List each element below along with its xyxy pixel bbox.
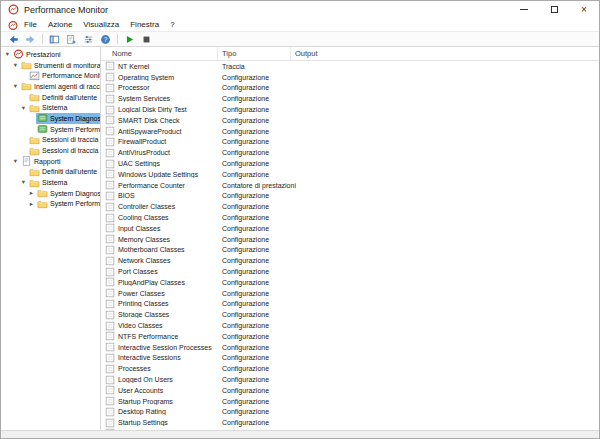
- tree-item-hit[interactable]: System Diagnostics: [36, 113, 101, 124]
- tree-item-system-diagnostics[interactable]: ▸System Diagnostics: [1, 188, 100, 199]
- table-row[interactable]: Logged On UsersConfigurazione: [101, 374, 599, 385]
- tree-item-hit[interactable]: System Diagnostics: [36, 188, 101, 199]
- tree-item-hit[interactable]: Sistema: [28, 177, 69, 188]
- menu-visualizza[interactable]: Visualizza: [83, 20, 119, 29]
- table-row[interactable]: Startup SettingsConfigurazione: [101, 417, 599, 428]
- tree-item-hit[interactable]: Sessioni di traccia eventi di avvio: [28, 145, 101, 156]
- collapse-arrow-icon[interactable]: ▾: [3, 51, 12, 58]
- show-console-tree-button[interactable]: [46, 32, 63, 46]
- expand-arrow-icon[interactable]: ▸: [27, 190, 36, 197]
- tree-item-hit[interactable]: Strumenti di monitoraggio: [20, 60, 101, 71]
- table-row[interactable]: SMART Disk CheckConfigurazione: [101, 115, 599, 126]
- table-row[interactable]: Operating SystemConfigurazione: [101, 72, 599, 83]
- tree-item-sessioni-di-traccia-eventi-di-avvio[interactable]: Sessioni di traccia eventi di avvio: [1, 145, 100, 156]
- tree-item-sessioni-di-traccia-eventi[interactable]: Sessioni di traccia eventi: [1, 135, 100, 146]
- cell-nome: Memory Classes: [118, 236, 218, 243]
- tree-item-hit[interactable]: Performance Monitor: [28, 70, 101, 81]
- tree-item-hit[interactable]: System Performance: [36, 124, 101, 135]
- maximize-button[interactable]: [539, 1, 569, 18]
- table-row[interactable]: Memory ClassesConfigurazione: [101, 234, 599, 245]
- table-row[interactable]: ProcessesConfigurazione: [101, 363, 599, 374]
- table-row[interactable]: System ServicesConfigurazione: [101, 93, 599, 104]
- tree-item-definiti-dall-utente[interactable]: Definiti dall'utente: [1, 167, 100, 178]
- stop-data-collector-button[interactable]: [138, 32, 155, 46]
- table-row[interactable]: Startup ProgramsConfigurazione: [101, 396, 599, 407]
- menu-help[interactable]: ?: [170, 20, 174, 29]
- table-row[interactable]: Printing ClassesConfigurazione: [101, 299, 599, 310]
- tree-item-sistema[interactable]: ▾Sistema: [1, 102, 100, 113]
- tree-item-hit[interactable]: System Performance: [36, 199, 101, 210]
- table-row[interactable]: Network ClassesConfigurazione: [101, 255, 599, 266]
- collapse-arrow-icon[interactable]: ▾: [11, 62, 20, 69]
- table-row[interactable]: ProcessorConfigurazione: [101, 83, 599, 94]
- table-row[interactable]: Desktop RatingConfigurazione: [101, 407, 599, 418]
- table-row[interactable]: AntiSpywareProductConfigurazione: [101, 126, 599, 137]
- column-header-nome[interactable]: Nome: [101, 47, 218, 60]
- back-button[interactable]: [5, 32, 22, 46]
- collapse-arrow-icon[interactable]: ▾: [11, 158, 20, 165]
- table-row[interactable]: FirewallProductConfigurazione: [101, 137, 599, 148]
- table-row[interactable]: Motherboard ClassesConfigurazione: [101, 245, 599, 256]
- tree-item-hit[interactable]: Prestazioni: [12, 49, 63, 60]
- properties-button[interactable]: [80, 32, 97, 46]
- table-row[interactable]: NTFS PerformanceConfigurazione: [101, 331, 599, 342]
- tree-item-sistema[interactable]: ▾Sistema: [1, 177, 100, 188]
- collapse-arrow-icon[interactable]: ▾: [11, 83, 20, 90]
- cell-nome: Logged On Users: [118, 376, 218, 383]
- export-list-button[interactable]: [63, 32, 80, 46]
- help-button[interactable]: ?: [97, 32, 114, 46]
- table-row[interactable]: Storage ClassesConfigurazione: [101, 309, 599, 320]
- tree-item-hit[interactable]: Sistema: [28, 102, 69, 113]
- tree-item-system-performance[interactable]: System Performance: [1, 124, 100, 135]
- tree-item-hit[interactable]: Rapporti: [20, 156, 62, 167]
- menu-azione[interactable]: Azione: [48, 20, 72, 29]
- menu-finestra[interactable]: Finestra: [130, 20, 159, 29]
- table-row[interactable]: User AccountsConfigurazione: [101, 385, 599, 396]
- chart-icon: [29, 71, 40, 81]
- cell-tipo: Traccia: [218, 63, 291, 70]
- table-row[interactable]: NT KernelTraccia: [101, 61, 599, 72]
- forward-button[interactable]: [22, 32, 39, 46]
- table-row[interactable]: Interactive SessionsConfigurazione: [101, 353, 599, 364]
- table-row[interactable]: Video ClassesConfigurazione: [101, 320, 599, 331]
- tree-item-strumenti-di-monitoraggio[interactable]: ▾Strumenti di monitoraggio: [1, 60, 100, 71]
- minimize-button[interactable]: [509, 1, 539, 18]
- table-row[interactable]: UAC SettingsConfigurazione: [101, 158, 599, 169]
- column-header-tipo[interactable]: Tipo: [218, 47, 291, 60]
- close-button[interactable]: ×: [569, 1, 599, 18]
- dcs-icon: [37, 113, 48, 123]
- details-pane: Nome Tipo Output NT KernelTracciaOperati…: [101, 47, 599, 430]
- tree-item-hit[interactable]: Insiemi agenti di raccolta dati: [20, 81, 101, 92]
- table-row[interactable]: Windows Update SettingsConfigurazione: [101, 169, 599, 180]
- tree-item-hit[interactable]: Sessioni di traccia eventi: [28, 135, 101, 146]
- table-row[interactable]: Logical Disk Dirty TestConfigurazione: [101, 104, 599, 115]
- tree-item-rapporti[interactable]: ▾Rapporti: [1, 156, 100, 167]
- tree-item-system-diagnostics[interactable]: System Diagnostics: [1, 113, 100, 124]
- tree-item-hit[interactable]: Definiti dall'utente: [28, 167, 99, 178]
- menu-file[interactable]: File: [24, 20, 37, 29]
- bottom-scrollbar-strip[interactable]: [1, 430, 599, 438]
- start-data-collector-button[interactable]: [121, 32, 138, 46]
- table-row[interactable]: Performance CounterContatore di prestazi…: [101, 180, 599, 191]
- table-row[interactable]: Input ClassesConfigurazione: [101, 223, 599, 234]
- table-row[interactable]: Controller ClassesConfigurazione: [101, 201, 599, 212]
- collapse-arrow-icon[interactable]: ▾: [19, 105, 28, 112]
- cell-tipo: Configurazione: [218, 246, 291, 253]
- expand-arrow-icon[interactable]: ▸: [27, 201, 36, 208]
- tree-item-prestazioni[interactable]: ▾Prestazioni: [1, 49, 100, 60]
- table-row[interactable]: Port ClassesConfigurazione: [101, 266, 599, 277]
- tree-item-definiti-dall-utente[interactable]: Definiti dall'utente: [1, 92, 100, 103]
- table-row[interactable]: AntiVirusProductConfigurazione: [101, 147, 599, 158]
- tree-item-hit[interactable]: Definiti dall'utente: [28, 92, 99, 103]
- table-row[interactable]: Cooling ClassesConfigurazione: [101, 212, 599, 223]
- table-row[interactable]: Interactive Session ProcessesConfigurazi…: [101, 342, 599, 353]
- tree-item-insiemi-agenti-di-raccolta-dati[interactable]: ▾Insiemi agenti di raccolta dati: [1, 81, 100, 92]
- table-row[interactable]: BIOSConfigurazione: [101, 191, 599, 202]
- collapse-arrow-icon[interactable]: ▾: [19, 179, 28, 186]
- table-row[interactable]: Power ClassesConfigurazione: [101, 288, 599, 299]
- column-header-output[interactable]: Output: [291, 47, 599, 60]
- tree-item-system-performance[interactable]: ▸System Performance: [1, 199, 100, 210]
- tree-item-performance-monitor[interactable]: Performance Monitor: [1, 70, 100, 81]
- table-row[interactable]: PlugAndPlay ClassesConfigurazione: [101, 277, 599, 288]
- item-icon: [105, 115, 115, 125]
